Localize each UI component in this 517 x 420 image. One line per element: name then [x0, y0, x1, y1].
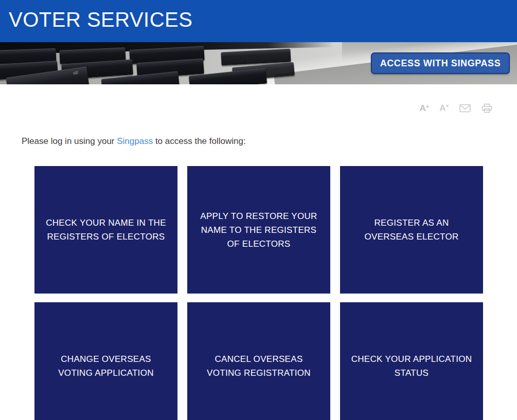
- print-button[interactable]: [482, 103, 492, 113]
- services-grid: CHECK YOUR NAME IN THE REGISTERS OF ELEC…: [34, 166, 483, 420]
- tile-label: CHECK YOUR NAME IN THE REGISTERS OF ELEC…: [34, 216, 177, 244]
- tile-cancel-overseas-voting-registration[interactable]: CANCEL OVERSEAS VOTING REGISTRATION: [187, 302, 330, 420]
- font-decrease-button[interactable]: A▾: [439, 104, 449, 113]
- page-title: VOTER SERVICES: [9, 8, 192, 31]
- tile-label: CHECK YOUR APPLICATION STATUS: [340, 352, 483, 380]
- intro-text-before: Please log in using your: [22, 136, 117, 146]
- tile-label: CANCEL OVERSEAS VOTING REGISTRATION: [187, 352, 330, 380]
- singpass-link[interactable]: Singpass: [117, 136, 153, 146]
- email-icon: [459, 104, 471, 113]
- intro-text: Please log in using your Singpass to acc…: [22, 135, 517, 148]
- tile-label: CHANGE OVERSEAS VOTING APPLICATION: [34, 352, 177, 380]
- tile-register-overseas-elector[interactable]: REGISTER AS AN OVERSEAS ELECTOR: [340, 166, 483, 294]
- font-increase-icon: A▴: [419, 103, 429, 113]
- voter-services-page: VOTER SERVICES alt option ACCESS WITH SI…: [0, 0, 517, 420]
- email-button[interactable]: [459, 104, 471, 113]
- intro-text-after: to access the following:: [153, 136, 245, 146]
- key-label-alt: alt: [73, 70, 78, 76]
- print-icon: [482, 103, 492, 113]
- font-decrease-icon: A▾: [439, 103, 449, 113]
- tile-label: REGISTER AS AN OVERSEAS ELECTOR: [340, 216, 483, 244]
- page-tools-toolbar: A▴ A▾: [0, 102, 492, 114]
- keyboard-banner-photo: alt option ACCESS WITH SINGPASS: [0, 42, 517, 84]
- tile-apply-restore-name[interactable]: APPLY TO RESTORE YOUR NAME TO THE REGIST…: [187, 166, 330, 294]
- tile-check-name-in-registers[interactable]: CHECK YOUR NAME IN THE REGISTERS OF ELEC…: [34, 166, 177, 294]
- tile-check-application-status[interactable]: CHECK YOUR APPLICATION STATUS: [340, 302, 483, 420]
- tile-label: APPLY TO RESTORE YOUR NAME TO THE REGIST…: [187, 209, 330, 251]
- access-with-singpass-button[interactable]: ACCESS WITH SINGPASS: [371, 52, 510, 74]
- page-header: VOTER SERVICES: [0, 0, 517, 42]
- font-increase-button[interactable]: A▴: [419, 104, 429, 113]
- tile-change-overseas-voting-application[interactable]: CHANGE OVERSEAS VOTING APPLICATION: [34, 302, 177, 420]
- key-label-option: option: [8, 78, 89, 84]
